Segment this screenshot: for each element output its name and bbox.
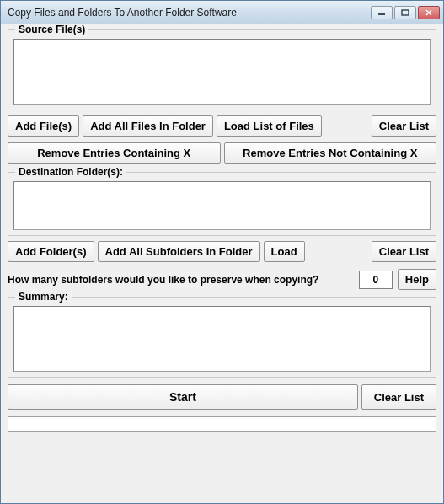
window-controls: [371, 6, 440, 19]
source-buttons-row-2: Remove Entries Containing X Remove Entri…: [8, 142, 436, 164]
source-buttons-row-1: Add File(s) Add All Files In Folder Load…: [8, 115, 436, 137]
remove-not-containing-button[interactable]: Remove Entries Not Containing X: [224, 142, 437, 164]
start-row: Start Clear List: [8, 384, 436, 410]
source-group-label: Source File(s): [15, 24, 88, 35]
subfolders-prompt-label: How many subfolders would you like to pr…: [8, 274, 318, 286]
add-all-subfolders-button[interactable]: Add All Subfolders In Folder: [98, 241, 260, 262]
app-window: Copy Files and Folders To Another Folder…: [0, 0, 444, 504]
summary-group-label: Summary:: [15, 291, 72, 303]
maximize-button[interactable]: [394, 6, 416, 19]
add-folders-button[interactable]: Add Folder(s): [8, 241, 94, 262]
maximize-icon: [401, 9, 409, 16]
summary-list[interactable]: [13, 306, 431, 372]
add-files-button[interactable]: Add File(s): [8, 115, 79, 137]
dest-buttons-row: Add Folder(s) Add All Subfolders In Fold…: [8, 241, 436, 262]
subfolders-prompt-row: How many subfolders would you like to pr…: [8, 269, 436, 290]
dest-group-label: Destination Folder(s):: [15, 166, 126, 178]
start-button[interactable]: Start: [8, 384, 358, 410]
remove-containing-button[interactable]: Remove Entries Containing X: [8, 142, 221, 164]
source-files-list[interactable]: [13, 39, 431, 105]
source-files-group: Source File(s): [8, 29, 436, 110]
clear-dest-list-button[interactable]: Clear List: [372, 241, 436, 262]
svg-rect-1: [402, 10, 409, 15]
load-button[interactable]: Load: [264, 241, 305, 262]
window-title: Copy Files and Folders To Another Folder…: [8, 7, 371, 19]
subfolders-count-input[interactable]: [359, 271, 393, 289]
close-icon: [425, 9, 433, 16]
content-area: Source File(s) Add File(s) Add All Files…: [1, 24, 443, 503]
destination-folders-list[interactable]: [13, 181, 431, 230]
clear-source-list-button[interactable]: Clear List: [372, 115, 436, 137]
close-button[interactable]: [418, 6, 440, 19]
progress-bar: [8, 416, 436, 432]
minimize-button[interactable]: [371, 6, 393, 19]
add-all-files-button[interactable]: Add All Files In Folder: [83, 115, 213, 137]
summary-group: Summary:: [8, 297, 436, 378]
titlebar[interactable]: Copy Files and Folders To Another Folder…: [1, 1, 443, 24]
destination-folders-group: Destination Folder(s):: [8, 172, 436, 236]
help-button[interactable]: Help: [398, 269, 436, 290]
clear-summary-list-button[interactable]: Clear List: [361, 384, 436, 410]
load-list-files-button[interactable]: Load List of Files: [217, 115, 322, 137]
minimize-icon: [377, 9, 386, 16]
